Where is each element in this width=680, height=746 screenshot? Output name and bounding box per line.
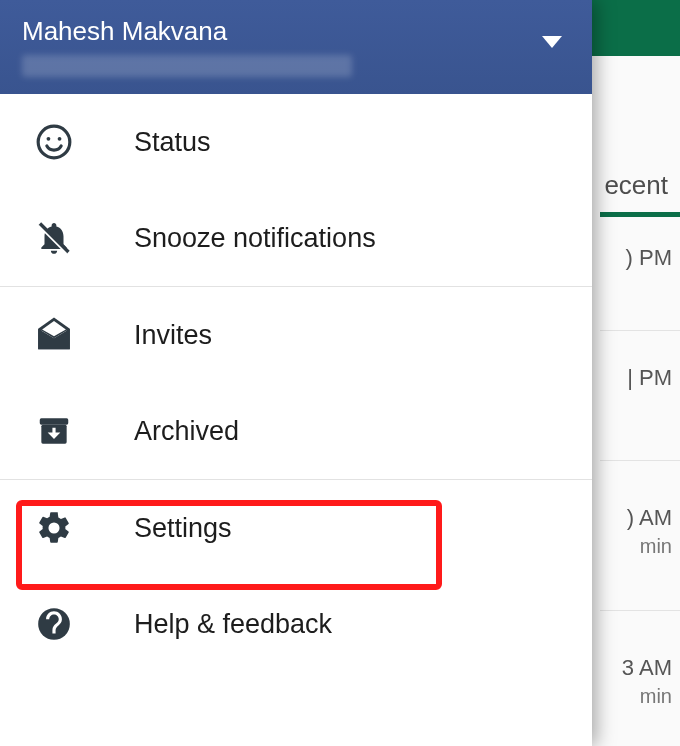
menu-label: Help & feedback (134, 609, 332, 640)
bg-tab-label: ecent (604, 170, 668, 201)
bell-off-icon (30, 219, 78, 257)
nav-drawer: Mahesh Makvana Status (0, 0, 592, 746)
envelope-open-icon (30, 316, 78, 354)
menu-item-archived[interactable]: Archived (0, 383, 592, 479)
svg-point-0 (38, 126, 70, 158)
svg-point-2 (58, 137, 62, 141)
drawer-menu: Status Snooze notifications (0, 94, 592, 746)
chevron-down-icon[interactable] (542, 36, 562, 48)
menu-item-snooze[interactable]: Snooze notifications (0, 190, 592, 286)
menu-item-settings[interactable]: Settings (0, 480, 592, 576)
gear-icon (30, 509, 78, 547)
drawer-header[interactable]: Mahesh Makvana (0, 0, 592, 94)
menu-label: Snooze notifications (134, 223, 376, 254)
account-email-blurred (22, 55, 352, 77)
bg-row: ) AM min (600, 500, 680, 600)
menu-item-status[interactable]: Status (0, 94, 592, 190)
svg-rect-5 (40, 418, 69, 424)
svg-point-1 (47, 137, 51, 141)
menu-item-invites[interactable]: Invites (0, 287, 592, 383)
menu-label: Settings (134, 513, 232, 544)
bg-row: ) PM (600, 240, 680, 340)
archive-icon (30, 412, 78, 450)
menu-label: Status (134, 127, 211, 158)
smile-icon (30, 123, 78, 161)
menu-label: Archived (134, 416, 239, 447)
bg-row: 3 AM min (600, 650, 680, 746)
menu-item-help[interactable]: Help & feedback (0, 576, 592, 672)
bg-tab-underline (600, 212, 680, 217)
help-icon (30, 605, 78, 643)
menu-label: Invites (134, 320, 212, 351)
account-name: Mahesh Makvana (22, 16, 570, 47)
bg-row: | PM (600, 360, 680, 460)
